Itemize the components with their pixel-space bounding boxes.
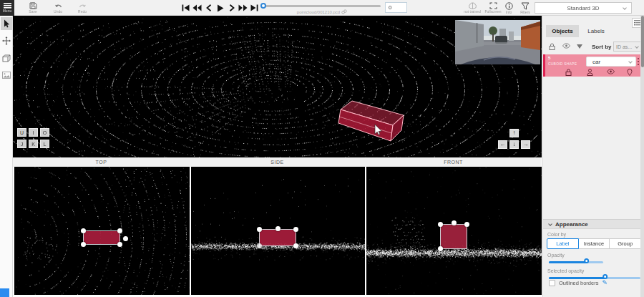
skip-end-button[interactable] [250, 2, 259, 14]
fast-forward-icon [238, 4, 248, 11]
rotate-handle[interactable] [123, 236, 128, 241]
side-view[interactable] [191, 167, 365, 295]
hotkey-u-button[interactable]: U [17, 128, 26, 137]
frame-input[interactable] [385, 2, 407, 13]
tab-objects[interactable]: Objects [546, 25, 579, 37]
frame-slider[interactable] [263, 5, 381, 7]
arrow-down-button[interactable]: ↓ [509, 140, 519, 149]
menu-button[interactable]: Menu [0, 0, 14, 16]
tool-pan-button[interactable] [1, 34, 12, 47]
object-id: 5 [548, 56, 550, 60]
eye-icon[interactable] [607, 69, 615, 74]
filename-row: pointcloud/001210.pcd [263, 9, 381, 14]
selected-cuboid[interactable] [338, 101, 404, 141]
resize-handle[interactable] [257, 227, 262, 232]
pencil-icon[interactable]: ✎ [602, 280, 608, 286]
fast-forward-button[interactable] [238, 2, 248, 14]
undo-button[interactable]: Undo [49, 0, 67, 16]
selected-opacity-slider[interactable] [549, 277, 640, 279]
filters-button[interactable]: Filters [517, 0, 534, 16]
class-value: car [592, 59, 600, 65]
lock-icon[interactable] [565, 69, 572, 76]
fast-backward-button[interactable] [192, 2, 202, 14]
resize-handle[interactable] [438, 246, 443, 251]
frame-slider-handle[interactable] [260, 3, 266, 9]
arrow-up-button[interactable]: ↑ [509, 129, 519, 137]
tool-select-button[interactable] [1, 17, 12, 30]
skip-start-button[interactable] [181, 2, 190, 14]
tab-labels[interactable]: Labels [582, 25, 610, 37]
undo-icon [54, 3, 62, 9]
resize-handle[interactable] [117, 242, 122, 247]
resize-handle[interactable] [275, 226, 280, 231]
help-button[interactable] [0, 288, 9, 297]
resize-handle[interactable] [293, 227, 298, 232]
resize-handle[interactable] [452, 220, 457, 225]
fast-backward-icon [192, 4, 202, 11]
prev-frame-icon [206, 4, 212, 11]
menu-icon [4, 3, 11, 9]
hotkey-i-button[interactable]: I [29, 128, 38, 137]
prev-frame-button[interactable] [204, 2, 213, 14]
front-view[interactable] [366, 167, 542, 295]
opacity-slider[interactable] [549, 261, 603, 263]
fullscreen-label: Fullscreen [484, 10, 501, 14]
selection-box-front[interactable] [440, 224, 467, 249]
hotkey-o-button[interactable]: O [40, 128, 49, 137]
resize-handle[interactable] [117, 228, 122, 233]
lock-icon[interactable] [549, 43, 555, 50]
panel-scrollbar[interactable] [640, 16, 644, 297]
hotkey-k-button[interactable]: K [29, 140, 38, 148]
resize-handle[interactable] [293, 243, 298, 248]
info-button[interactable]: Info [501, 0, 517, 16]
top-view[interactable] [14, 167, 190, 295]
resize-handle[interactable] [81, 242, 86, 247]
scrollbar-thumb[interactable] [641, 16, 644, 67]
person-icon[interactable] [587, 69, 593, 76]
save-label: Save [29, 10, 36, 14]
selected-opacity-slider-handle[interactable] [603, 274, 608, 279]
object-card-car[interactable]: 5 CUBOID SHAPE car [543, 54, 643, 77]
next-frame-button[interactable] [227, 2, 236, 14]
selection-box-side[interactable] [259, 229, 296, 246]
class-select[interactable]: car [586, 57, 636, 67]
not-trained-button[interactable]: not trained [462, 0, 482, 16]
eye-icon[interactable] [562, 43, 570, 49]
link-icon[interactable] [341, 9, 347, 14]
arrow-right-button[interactable]: → [521, 140, 530, 149]
arrow-left-button[interactable]: ← [498, 140, 507, 149]
resize-handle[interactable] [464, 222, 469, 227]
appearance-header[interactable]: Appearance [543, 219, 644, 229]
save-button[interactable]: Save [24, 0, 42, 16]
sort-select[interactable]: ID as... [613, 42, 641, 52]
camera-preview[interactable] [455, 20, 540, 64]
pin-icon[interactable] [627, 69, 633, 76]
resize-handle[interactable] [257, 243, 262, 248]
chevron-down-icon [635, 44, 639, 49]
tool-cuboid-button[interactable] [1, 52, 12, 64]
resize-handle[interactable] [438, 222, 443, 227]
redo-button[interactable]: Redo [73, 0, 92, 16]
pointer-icon [3, 19, 10, 28]
color-by-label-button[interactable]: Label [547, 238, 579, 249]
hotkey-j-button[interactable]: J [17, 140, 26, 148]
selection-box-top[interactable] [83, 230, 120, 245]
color-by-group-button[interactable]: Group [610, 238, 641, 249]
resize-handle[interactable] [81, 228, 86, 233]
play-button[interactable] [215, 2, 225, 14]
opacity-label: Opacity [547, 253, 565, 258]
hotkey-l-button[interactable]: L [40, 140, 49, 148]
outlined-borders-checkbox[interactable] [549, 280, 555, 286]
objects-toolbar: Sort by ID as... [543, 40, 644, 53]
opacity-slider-handle[interactable] [584, 258, 589, 263]
save-icon [29, 2, 37, 9]
skip-start-icon [182, 4, 190, 11]
caret-down-icon[interactable] [577, 44, 582, 49]
object-shape-label: CUBOID SHAPE [548, 62, 577, 66]
outlined-borders-row: Outlined borders ✎ [549, 280, 608, 286]
main-3d-view[interactable]: U I O J K L ↑ ← ↓ → [13, 16, 542, 157]
tool-image-button[interactable] [1, 69, 12, 82]
view-mode-select[interactable]: Standard 3D [535, 2, 632, 14]
fullscreen-button[interactable]: Fullscreen [484, 0, 502, 16]
color-by-instance-button[interactable]: Instance [579, 238, 610, 249]
